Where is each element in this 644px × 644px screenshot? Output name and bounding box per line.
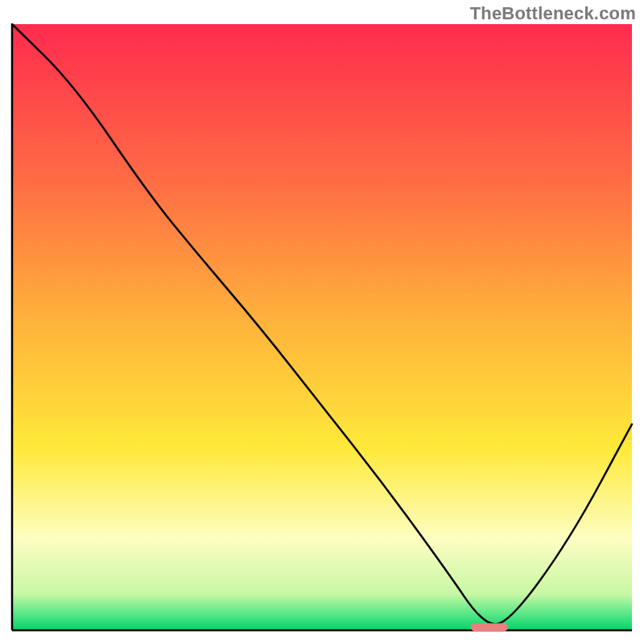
- plot-area: [12, 24, 632, 631]
- watermark-text: TheBottleneck.com: [470, 3, 636, 24]
- chart-container: TheBottleneck.com: [0, 0, 644, 644]
- optimal-zone-marker: [471, 623, 508, 631]
- plot-background: [12, 24, 632, 630]
- bottleneck-chart: [0, 0, 644, 644]
